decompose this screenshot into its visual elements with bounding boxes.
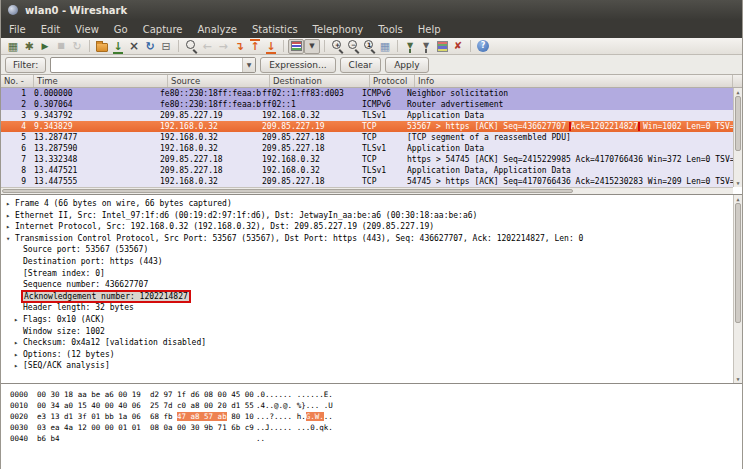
- detail-ip[interactable]: ▸Internet Protocol, Src: 192.168.0.32 (1…: [1, 221, 742, 233]
- detail-tcp[interactable]: ▾Transmission Control Protocol, Src Port…: [1, 233, 742, 245]
- file-open-icon[interactable]: [94, 39, 110, 54]
- filter-input[interactable]: [51, 58, 242, 72]
- hex-dump-pane: 000000 30 18 aa be a6 00 19 d2 97 1f d6 …: [1, 384, 742, 469]
- filter-input-wrap: ▼: [50, 57, 256, 73]
- detail-sequence-number[interactable]: Sequence number: 436627707: [1, 279, 742, 291]
- menu-file[interactable]: File: [9, 24, 26, 35]
- toolbar-separator: [470, 40, 471, 52]
- resize-columns-icon[interactable]: ▦: [377, 39, 393, 54]
- detail-flags[interactable]: ▸Flags: 0x10 (ACK): [1, 314, 742, 326]
- column-header-source[interactable]: Source: [168, 75, 270, 87]
- detail-checksum[interactable]: ▸Checksum: 0x4a12 [validation disabled]: [1, 337, 742, 349]
- go-to-top-icon[interactable]: ↑: [247, 39, 263, 54]
- column-header-info[interactable]: Info: [415, 75, 733, 87]
- scroll-down-icon[interactable]: ▼: [734, 180, 742, 186]
- packet-row-1[interactable]: 10.000000fe80::230:18ff:feaa:bff02::1:ff…: [1, 88, 733, 99]
- detail-options[interactable]: ▸Options: (12 bytes): [1, 349, 742, 361]
- clear-button[interactable]: Clear: [340, 57, 382, 73]
- hex-highlight: 47 a8 57 ab: [177, 412, 227, 421]
- detail-stream-index[interactable]: [Stream index: 0]: [1, 268, 742, 280]
- packet-row-5[interactable]: 513.287477192.168.0.32209.85.227.18TCP[T…: [1, 132, 733, 143]
- menubar: File Edit View Go Capture Analyze Statis…: [1, 20, 742, 38]
- go-to-bottom-icon[interactable]: ↓: [263, 39, 279, 54]
- auto-scroll-icon[interactable]: ▼: [304, 39, 320, 54]
- menu-analyze[interactable]: Analyze: [197, 24, 236, 35]
- window-menu-icon[interactable]: [8, 5, 18, 15]
- zoom-out-icon[interactable]: −: [345, 39, 361, 54]
- titlebar: wlan0 - Wireshark: [1, 0, 742, 20]
- preferences-icon[interactable]: ✘: [450, 39, 466, 54]
- packet-list-vscrollbar[interactable]: ▲ ▼: [733, 88, 742, 187]
- packet-row-3[interactable]: 39.343792209.85.227.19192.168.0.32TLSv1A…: [1, 110, 733, 121]
- menu-help[interactable]: Help: [418, 24, 441, 35]
- ack-annotation-box: Ack=1202214827: [571, 122, 638, 131]
- packet-list-header: No. - Time Source Destination Protocol I…: [1, 75, 742, 88]
- packet-row-7[interactable]: 713.332348209.85.227.18192.168.0.32TCPht…: [1, 154, 733, 165]
- hex-row-0000[interactable]: 000000 30 18 aa be a6 00 19 d2 97 1f d6 …: [10, 389, 742, 400]
- file-close-icon[interactable]: ×: [126, 39, 142, 54]
- info-post: Win=1002 Len=0 TSV=3: [638, 122, 733, 131]
- detail-ack-number-selected[interactable]: Acknowledgement number: 1202214827: [1, 291, 742, 303]
- display-filters-icon[interactable]: ▼: [418, 39, 434, 54]
- menu-edit[interactable]: Edit: [41, 24, 60, 35]
- column-header-time[interactable]: Time: [34, 75, 168, 87]
- hex-row-0010[interactable]: 001000 34 a0 15 40 00 40 06 25 7d c0 a8 …: [10, 400, 742, 411]
- capture-start-icon[interactable]: ▶: [37, 39, 53, 54]
- detail-destination-port[interactable]: Destination port: https (443): [1, 256, 742, 268]
- column-header-protocol[interactable]: Protocol: [370, 75, 415, 87]
- filter-bar: Filter: ▼ Expression... Clear Apply: [1, 55, 742, 75]
- info-pre: 53567 > https [ACK] Seq=436627707: [407, 122, 571, 131]
- zoom-100-icon[interactable]: 1: [361, 39, 377, 54]
- go-back-icon: ←: [199, 39, 215, 54]
- expression-button[interactable]: Expression...: [260, 57, 335, 73]
- file-save-icon[interactable]: ↓: [110, 39, 126, 54]
- find-packet-icon[interactable]: [183, 39, 199, 54]
- detail-frame[interactable]: ▸Frame 4 (66 bytes on wire, 66 bytes cap…: [1, 198, 742, 210]
- apply-button[interactable]: Apply: [385, 57, 428, 73]
- packet-row-8[interactable]: 813.447521209.85.227.18192.168.0.32TLSv1…: [1, 165, 733, 176]
- list-interfaces-icon[interactable]: ▦: [5, 39, 21, 54]
- toolbar-separator: [283, 40, 284, 52]
- detail-window-size[interactable]: Window size: 1002: [1, 326, 742, 338]
- menu-telephony[interactable]: Telephony: [313, 24, 364, 35]
- scroll-up-icon[interactable]: ▲: [734, 89, 742, 95]
- detail-seq-ack-analysis[interactable]: ▸[SEQ/ACK analysis]: [1, 360, 742, 372]
- hex-row-0030[interactable]: 003003 ea 4a 12 00 00 01 01 08 0a 00 30 …: [10, 422, 742, 433]
- column-header-no[interactable]: No. -: [1, 75, 34, 87]
- detail-ethernet[interactable]: ▸Ethernet II, Src: Intel_97:1f:d6 (00:19…: [1, 210, 742, 222]
- menu-view[interactable]: View: [75, 24, 99, 35]
- packet-row-2[interactable]: 20.307064fe80::230:18ff:feaa:bff02::1ICM…: [1, 99, 733, 110]
- toolbar-separator: [397, 40, 398, 52]
- packet-row-4-selected[interactable]: 49.343829192.168.0.32209.85.227.19TCP535…: [1, 121, 733, 132]
- packet-list-hscrollbar[interactable]: [1, 187, 733, 194]
- hex-row-0020[interactable]: 0020e3 13 d1 3f 01 bb 1a 06 68 fb 47 a8 …: [10, 411, 742, 422]
- detail-source-port[interactable]: Source port: 53567 (53567): [1, 244, 742, 256]
- help-icon[interactable]: ?: [475, 39, 491, 54]
- packet-list-pane: No. - Time Source Destination Protocol I…: [1, 75, 742, 195]
- details-vscrollbar[interactable]: ▲ ▼: [733, 195, 742, 383]
- colorize-list-icon[interactable]: [288, 39, 304, 54]
- scroll-up-icon[interactable]: ▲: [734, 196, 742, 202]
- print-icon[interactable]: ⊟: [158, 39, 174, 54]
- detail-header-length[interactable]: Header length: 32 bytes: [1, 302, 742, 314]
- coloring-rules-icon[interactable]: [434, 39, 450, 54]
- main-toolbar: ▦ ✱ ▶ ■ ↻ ↓ × ↻ ⊟ ← → ↴ ↑ ↓ ▼ + − 1 ▦ ▼ …: [1, 38, 742, 55]
- column-header-destination[interactable]: Destination: [270, 75, 370, 87]
- menu-statistics[interactable]: Statistics: [252, 24, 298, 35]
- scroll-down-icon[interactable]: ▼: [734, 376, 742, 382]
- toolbar-separator: [324, 40, 325, 52]
- hex-row-0040[interactable]: 0040b6 b4..: [10, 433, 742, 444]
- zoom-in-icon[interactable]: +: [329, 39, 345, 54]
- filter-label-button[interactable]: Filter:: [5, 57, 46, 73]
- reload-icon[interactable]: ↻: [142, 39, 158, 54]
- capture-options-icon[interactable]: ✱: [21, 39, 37, 54]
- menu-capture[interactable]: Capture: [143, 24, 183, 35]
- filter-dropdown-icon[interactable]: ▼: [242, 58, 255, 72]
- menu-go[interactable]: Go: [114, 24, 128, 35]
- menu-tools[interactable]: Tools: [378, 24, 403, 35]
- packet-row-6[interactable]: 613.287590192.168.0.32209.85.227.18TLSv1…: [1, 143, 733, 154]
- ascii-highlight: G.W.: [306, 412, 324, 421]
- capture-filters-icon[interactable]: ▼: [402, 39, 418, 54]
- go-to-packet-icon[interactable]: ↴: [231, 39, 247, 54]
- packet-row-9[interactable]: 913.447555192.168.0.32209.85.227.18TCP54…: [1, 176, 733, 187]
